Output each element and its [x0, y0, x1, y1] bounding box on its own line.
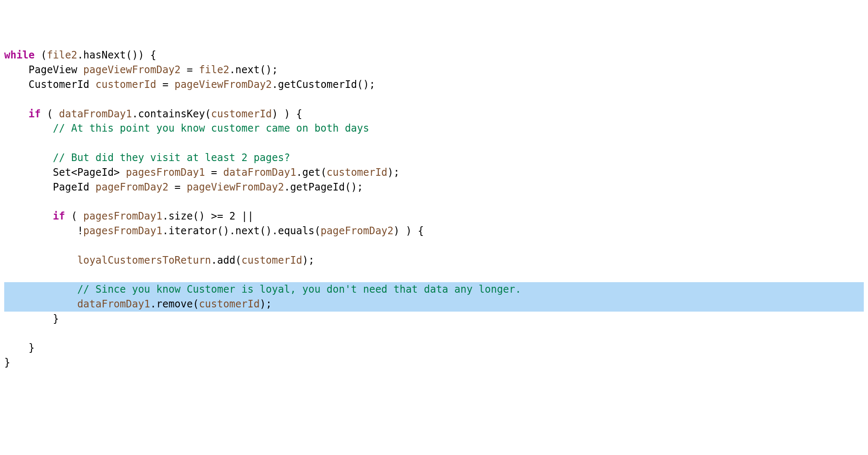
- text-token: [4, 283, 77, 295]
- text-token: [4, 122, 53, 134]
- text-token: [4, 108, 29, 120]
- comment-token: // At this point you know customer came …: [53, 122, 369, 134]
- code-line: [4, 238, 864, 253]
- code-block: while (file2.hasNext()) { PageView pageV…: [4, 48, 864, 370]
- text-token: (: [41, 108, 59, 120]
- identifier-token: pageFromDay2: [320, 225, 393, 237]
- text-token: PageView: [4, 64, 83, 76]
- code-line: // But did they visit at least 2 pages?: [4, 151, 864, 165]
- text-token: PageId: [4, 181, 96, 193]
- identifier-token: pagesFromDay1: [83, 225, 162, 237]
- code-line: loyalCustomersToReturn.add(customerId);: [4, 253, 864, 268]
- identifier-token: dataFromDay1: [77, 298, 150, 310]
- comment-token: // But did they visit at least 2 pages?: [53, 152, 290, 164]
- text-token: .next();: [229, 64, 278, 76]
- identifier-token: customerId: [199, 298, 260, 310]
- text-token: =: [156, 79, 174, 90]
- code-line: [4, 136, 864, 151]
- code-line: }: [4, 355, 864, 370]
- keyword-token: while: [4, 49, 35, 61]
- identifier-token: pageViewFromDay2: [187, 181, 284, 193]
- text-token: );: [260, 298, 272, 310]
- text-token: (: [65, 210, 83, 222]
- code-line: dataFromDay1.remove(customerId);: [4, 297, 864, 312]
- text-token: =: [205, 167, 223, 178]
- identifier-token: file2: [47, 49, 77, 61]
- text-token: .size() >= 2 ||: [162, 210, 254, 222]
- code-line: while (file2.hasNext()) {: [4, 48, 864, 63]
- identifier-token: pageViewFromDay2: [83, 64, 181, 76]
- text-token: .add(: [211, 254, 241, 266]
- text-token: [4, 210, 53, 222]
- code-line: if ( pagesFromDay1.size() >= 2 ||: [4, 209, 864, 224]
- identifier-token: customerId: [242, 254, 303, 266]
- text-token: =: [181, 64, 199, 76]
- text-token: .hasNext()) {: [77, 49, 156, 61]
- keyword-token: if: [53, 210, 65, 222]
- code-line: [4, 92, 864, 107]
- text-token: );: [387, 167, 399, 178]
- text-token: .containsKey(: [132, 108, 211, 120]
- code-line: CustomerId customerId = pageViewFromDay2…: [4, 77, 864, 92]
- text-token: CustomerId: [4, 79, 96, 90]
- identifier-token: customerId: [211, 108, 272, 120]
- text-token: ) ) {: [394, 225, 424, 237]
- text-token: .iterator().next().equals(: [162, 225, 321, 237]
- comment-token: // Since you know Customer is loyal, you…: [77, 283, 521, 295]
- code-line: }: [4, 312, 864, 326]
- code-line: // At this point you know customer came …: [4, 121, 864, 136]
- text-token: .getCustomerId();: [272, 79, 375, 90]
- code-line: // Since you know Customer is loyal, you…: [4, 282, 864, 297]
- code-line: }: [4, 341, 864, 355]
- text-token: ) ) {: [272, 108, 302, 120]
- keyword-token: if: [29, 108, 41, 120]
- identifier-token: customerId: [96, 79, 157, 90]
- identifier-token: dataFromDay1: [223, 167, 296, 178]
- text-token: .get(: [296, 167, 327, 178]
- text-token: }: [4, 342, 35, 354]
- text-token: );: [302, 254, 314, 266]
- code-line: Set<PageId> pagesFromDay1 = dataFromDay1…: [4, 165, 864, 180]
- identifier-token: dataFromDay1: [59, 108, 132, 120]
- text-token: [4, 298, 77, 310]
- code-line: [4, 194, 864, 209]
- text-token: (: [35, 49, 47, 61]
- identifier-token: pagesFromDay1: [126, 167, 205, 178]
- code-line: PageView pageViewFromDay2 = file2.next()…: [4, 63, 864, 77]
- identifier-token: pageFromDay2: [96, 181, 168, 193]
- text-token: }: [4, 357, 10, 368]
- identifier-token: customerId: [327, 167, 388, 178]
- text-token: =: [168, 181, 186, 193]
- code-line: if ( dataFromDay1.containsKey(customerId…: [4, 107, 864, 122]
- text-token: [4, 254, 77, 266]
- identifier-token: file2: [199, 64, 229, 76]
- text-token: !: [4, 225, 83, 237]
- code-line: [4, 326, 864, 341]
- code-line: PageId pageFromDay2 = pageViewFromDay2.g…: [4, 180, 864, 195]
- code-line: !pagesFromDay1.iterator().next().equals(…: [4, 224, 864, 238]
- text-token: }: [4, 313, 59, 325]
- code-line: [4, 267, 864, 282]
- identifier-token: loyalCustomersToReturn: [77, 254, 211, 266]
- identifier-token: pagesFromDay1: [83, 210, 162, 222]
- text-token: Set<PageId>: [4, 167, 126, 178]
- text-token: .remove(: [150, 298, 199, 310]
- text-token: [4, 152, 53, 164]
- identifier-token: pageViewFromDay2: [175, 79, 272, 90]
- text-token: .getPageId();: [284, 181, 363, 193]
